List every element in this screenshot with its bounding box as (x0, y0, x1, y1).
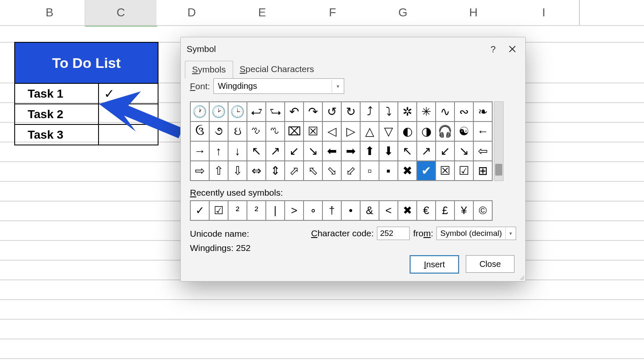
symbol-cell[interactable]: 🕐 (190, 102, 209, 122)
symbol-cell[interactable]: ↘ (454, 141, 473, 161)
column-header-D[interactable]: D (156, 0, 228, 26)
symbol-cell[interactable]: ∿ (436, 102, 454, 122)
symbol-cell[interactable]: ⬁ (304, 161, 322, 181)
column-header-F[interactable]: F (297, 0, 369, 26)
chevron-down-icon[interactable]: ▾ (332, 80, 344, 93)
symbol-cell[interactable]: ⇧ (209, 161, 228, 181)
symbol-cell[interactable]: ▫ (360, 161, 379, 181)
symbol-cell[interactable]: ❧ (473, 102, 492, 122)
symbol-cell[interactable]: ▪ (379, 161, 398, 181)
from-dropdown[interactable]: Symbol (decimal) ▾ (436, 227, 516, 240)
symbol-cell[interactable]: ↺ (322, 102, 341, 122)
insert-button[interactable]: Insert (410, 255, 459, 274)
tab-symbols[interactable]: Symbols (185, 61, 233, 78)
symbol-cell[interactable]: ⇔ (247, 161, 266, 181)
symbol-cell[interactable]: ↖ (398, 141, 417, 161)
symbol-cell[interactable]: ← (473, 122, 492, 141)
font-dropdown[interactable]: ▾ (213, 78, 344, 94)
symbol-cell[interactable]: ▷ (341, 122, 360, 141)
symbol-cell[interactable]: ↗ (266, 141, 285, 161)
symbol-cell[interactable]: 🎧 (436, 122, 454, 141)
column-header-I[interactable]: I (509, 0, 580, 26)
column-header-C[interactable]: C (85, 0, 157, 26)
symbol-cell[interactable]: ◑ (417, 122, 436, 141)
symbol-cell[interactable]: ∾ (454, 102, 473, 122)
recent-symbol-cell[interactable]: ✓ (190, 201, 209, 220)
symbol-cell[interactable]: ☯ (454, 122, 473, 141)
recent-symbol-cell[interactable]: € (417, 201, 436, 220)
recent-symbol-cell[interactable]: ² (228, 201, 247, 220)
symbol-cell[interactable]: ⇦ (473, 141, 492, 161)
recent-symbol-cell[interactable]: ² (247, 201, 266, 220)
symbol-cell[interactable]: ✲ (398, 102, 417, 122)
recent-symbol-cell[interactable]: • (341, 201, 360, 220)
recent-symbol-cell[interactable]: † (322, 201, 341, 220)
recent-symbol-cell[interactable]: > (285, 201, 304, 220)
symbol-cell[interactable]: ಌ (266, 122, 285, 141)
symbol-cell[interactable]: ⮑ (266, 102, 285, 122)
symbol-cell[interactable]: ↷ (304, 102, 322, 122)
symbol-cell[interactable]: ↗ (417, 141, 436, 161)
symbol-cell[interactable]: ఌ (247, 122, 266, 141)
symbol-cell[interactable]: ઇ (228, 122, 247, 141)
scroll-thumb[interactable] (495, 164, 502, 176)
symbol-cell[interactable]: ▽ (379, 122, 398, 141)
recent-symbol-cell[interactable]: ¥ (454, 201, 473, 220)
symbol-cell[interactable]: → (190, 141, 209, 161)
symbol-cell[interactable]: ◁ (322, 122, 341, 141)
symbol-cell[interactable]: ⊞ (473, 161, 492, 181)
symbol-cell[interactable]: ↓ (228, 141, 247, 161)
resize-handle[interactable] (519, 274, 525, 280)
symbol-cell[interactable]: ⬂ (322, 161, 341, 181)
symbol-cell[interactable]: ☒ (436, 161, 454, 181)
tab-special-characters[interactable]: Special Characters (233, 61, 321, 78)
symbol-cell[interactable]: 🕑 (209, 102, 228, 122)
recent-symbol-cell[interactable]: ☑ (209, 201, 228, 220)
chevron-down-icon[interactable]: ▾ (505, 228, 516, 239)
recent-symbol-cell[interactable]: < (379, 201, 398, 220)
close-icon[interactable] (506, 43, 519, 55)
recent-symbol-cell[interactable]: £ (436, 201, 454, 220)
column-header-E[interactable]: E (227, 0, 298, 26)
column-header-H[interactable]: H (438, 0, 509, 26)
symbol-cell[interactable]: ⬀ (285, 161, 304, 181)
symbol-cell[interactable]: ઉ (190, 122, 209, 141)
task-value-cell[interactable] (99, 104, 158, 124)
scrollbar[interactable] (494, 101, 504, 181)
recent-symbol-cell[interactable]: ✖ (398, 201, 417, 220)
symbol-cell[interactable]: ⬇ (379, 141, 398, 161)
symbol-cell[interactable]: ✳ (417, 102, 436, 122)
symbol-cell[interactable]: ☒ (304, 122, 322, 141)
symbol-cell[interactable]: ↘ (304, 141, 322, 161)
symbol-cell[interactable]: ↑ (209, 141, 228, 161)
charcode-input[interactable] (377, 227, 410, 240)
symbol-cell[interactable]: ◐ (398, 122, 417, 141)
symbol-cell[interactable]: ⌧ (285, 122, 304, 141)
symbol-cell[interactable]: ⮐ (247, 102, 266, 122)
help-button[interactable]: ? (487, 44, 499, 55)
symbol-cell[interactable]: ↖ (247, 141, 266, 161)
symbol-cell[interactable]: ૭ (209, 122, 228, 141)
symbol-cell[interactable]: ⇨ (190, 161, 209, 181)
task-label[interactable]: Task 2 (15, 104, 99, 124)
column-header-G[interactable]: G (368, 0, 439, 26)
recent-symbol-cell[interactable]: & (360, 201, 379, 220)
symbol-cell[interactable]: ↶ (285, 102, 304, 122)
recent-symbol-cell[interactable]: | (266, 201, 285, 220)
task-label[interactable]: Task 3 (15, 125, 99, 145)
symbol-cell[interactable]: ⬅ (322, 141, 341, 161)
font-input[interactable] (214, 79, 332, 93)
symbol-cell[interactable]: ☑ (454, 161, 473, 181)
symbol-cell[interactable]: 🕒 (228, 102, 247, 122)
symbol-cell[interactable]: ↙ (436, 141, 454, 161)
task-label[interactable]: Task 1 (15, 84, 99, 103)
recent-symbol-cell[interactable]: © (473, 201, 492, 220)
symbol-cell[interactable]: ⇩ (228, 161, 247, 181)
recent-symbol-cell[interactable]: ∘ (304, 201, 322, 220)
symbol-cell[interactable]: ✔ (417, 161, 436, 181)
symbol-cell[interactable]: ⬃ (341, 161, 360, 181)
symbol-cell[interactable]: ⇕ (266, 161, 285, 181)
close-button[interactable]: Close (466, 255, 514, 273)
symbol-cell[interactable]: ⬆ (360, 141, 379, 161)
symbol-cell[interactable]: △ (360, 122, 379, 141)
